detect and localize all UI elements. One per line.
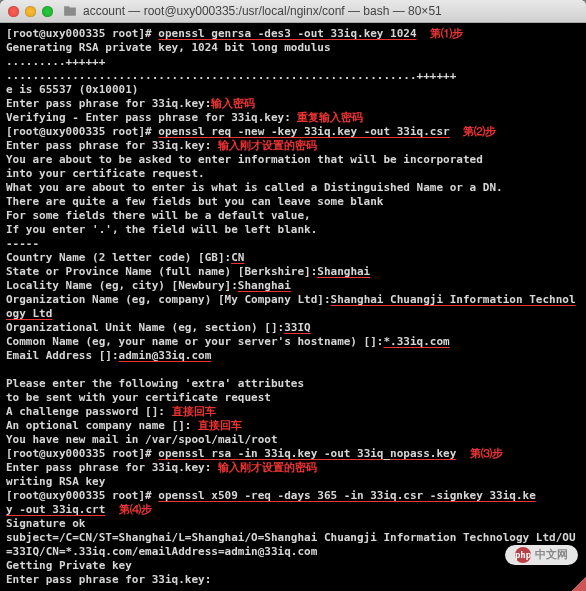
output: Locality Name (eg, city) [Newbury]: bbox=[6, 279, 238, 292]
output: to be sent with your certificate request bbox=[6, 391, 580, 405]
annotation-prev-pw2: 输入刚才设置的密码 bbox=[218, 461, 317, 474]
command: openssl x509 -req -days 365 -in 33iq.csr… bbox=[158, 489, 536, 502]
output: An optional company name []: bbox=[6, 419, 191, 432]
prompt: [root@uxy000335 root]# bbox=[6, 489, 152, 502]
output: What you are about to enter is what is c… bbox=[6, 181, 580, 195]
corner-fold-icon bbox=[572, 577, 586, 591]
output: into your certificate request. bbox=[6, 167, 580, 181]
annotation-step3: 第⑶步 bbox=[470, 447, 503, 460]
close-icon[interactable] bbox=[8, 6, 19, 17]
output: ----- bbox=[6, 237, 580, 251]
prompt: [root@uxy000335 root]# bbox=[6, 447, 152, 460]
output: e is 65537 (0x10001) bbox=[6, 83, 580, 97]
command: y -out 33iq.crt bbox=[6, 503, 105, 516]
annotation-enter: 直接回车 bbox=[198, 419, 242, 432]
annotation-enter: 直接回车 bbox=[172, 405, 216, 418]
annotation-reenter-pw: 重复输入密码 bbox=[297, 111, 363, 124]
watermark: php 中文网 bbox=[505, 545, 578, 565]
command: openssl genrsa -des3 -out 33iq.key 1024 bbox=[158, 27, 416, 40]
traffic-lights bbox=[8, 6, 53, 17]
annotation-step1: 第⑴步 bbox=[430, 27, 463, 40]
output: Email Address []: bbox=[6, 349, 119, 362]
input-value: Shanghai bbox=[238, 279, 291, 292]
watermark-text: 中文网 bbox=[535, 548, 568, 562]
folder-icon bbox=[63, 4, 77, 18]
output: Signature ok bbox=[6, 517, 580, 531]
terminal-body[interactable]: [root@uxy000335 root]# openssl genrsa -d… bbox=[0, 23, 586, 591]
output: Enter pass phrase for 33iq.key: bbox=[6, 139, 211, 152]
output: Country Name (2 letter code) [GB]: bbox=[6, 251, 231, 264]
watermark-logo-icon: php bbox=[515, 547, 531, 563]
output: Please enter the following 'extra' attri… bbox=[6, 377, 580, 391]
command: openssl rsa -in 33iq.key -out 33iq_nopas… bbox=[158, 447, 456, 460]
output: subject=/C=CN/ST=Shanghai/L=Shanghai/O=S… bbox=[6, 531, 580, 559]
output: .........++++++ bbox=[6, 55, 580, 69]
output: ........................................… bbox=[6, 69, 580, 83]
output: State or Province Name (full name) [Berk… bbox=[6, 265, 317, 278]
input-value: CN bbox=[231, 251, 244, 264]
output: Generating RSA private key, 1024 bit lon… bbox=[6, 41, 580, 55]
annotation-step2: 第⑵步 bbox=[463, 125, 496, 138]
output: Organization Name (eg, company) [My Comp… bbox=[6, 293, 331, 306]
output: Getting Private key bbox=[6, 559, 580, 573]
prompt: [root@uxy000335 root]# bbox=[6, 27, 152, 40]
prompt: [root@uxy000335 root]# bbox=[6, 125, 152, 138]
annotation-prev-pw: 输入刚才设置的密码 bbox=[218, 139, 317, 152]
output: There are quite a few fields but you can… bbox=[6, 195, 580, 209]
annotation-enter-pw: 输入密码 bbox=[211, 97, 255, 110]
output: You have new mail in /var/spool/mail/roo… bbox=[6, 433, 580, 447]
output: For some fields there will be a default … bbox=[6, 209, 580, 223]
zoom-icon[interactable] bbox=[42, 6, 53, 17]
output: A challenge password []: bbox=[6, 405, 165, 418]
input-value: 33IQ bbox=[284, 321, 311, 334]
minimize-icon[interactable] bbox=[25, 6, 36, 17]
titlebar: account — root@uxy000335:/usr/local/ngin… bbox=[0, 0, 586, 23]
input-value: Shanghai bbox=[317, 265, 370, 278]
output: writing RSA key bbox=[6, 475, 580, 489]
output: You are about to be asked to enter infor… bbox=[6, 153, 580, 167]
input-value: *.33iq.com bbox=[384, 335, 450, 348]
annotation-step4: 第⑷步 bbox=[119, 503, 152, 516]
output: Enter pass phrase for 33iq.key: bbox=[6, 461, 211, 474]
command: openssl req -new -key 33iq.key -out 33iq… bbox=[158, 125, 449, 138]
terminal-window: account — root@uxy000335:/usr/local/ngin… bbox=[0, 0, 586, 591]
input-value: admin@33iq.com bbox=[119, 349, 212, 362]
output: Verifying - Enter pass phrase for 33iq.k… bbox=[6, 111, 291, 124]
output: Enter pass phrase for 33iq.key: bbox=[6, 573, 580, 587]
output: Enter pass phrase for 33iq.key: bbox=[6, 97, 211, 110]
output: Common Name (eg, your name or your serve… bbox=[6, 335, 384, 348]
output: If you enter '.', the field will be left… bbox=[6, 223, 580, 237]
window-title: account — root@uxy000335:/usr/local/ngin… bbox=[83, 4, 578, 18]
output: Organizational Unit Name (eg, section) [… bbox=[6, 321, 284, 334]
